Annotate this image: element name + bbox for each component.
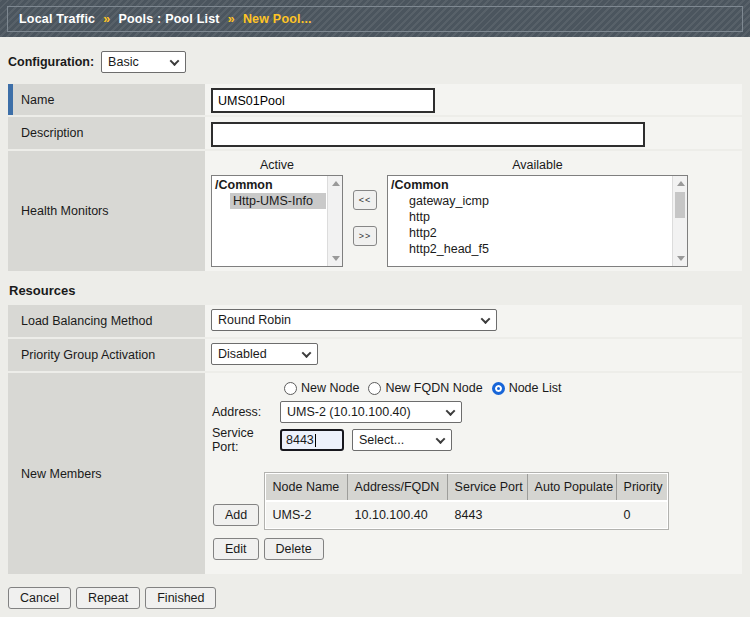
- description-label: Description: [21, 126, 84, 140]
- available-list-scrollbar[interactable]: [672, 176, 687, 266]
- form-actions: Cancel Repeat Finished: [8, 587, 750, 609]
- available-monitor-item[interactable]: http2_head_f5: [406, 241, 671, 257]
- available-partition-item: /Common: [388, 177, 671, 193]
- resources-heading: Resources: [9, 283, 750, 298]
- required-indicator-bar: [8, 84, 13, 115]
- new-node-radio[interactable]: [284, 382, 297, 395]
- active-list-caption: Active: [211, 156, 343, 175]
- load-balancing-value: Round Robin: [218, 313, 291, 327]
- general-properties-table: Name Description Health Monitors Active …: [8, 84, 742, 271]
- cell-priority: 0: [617, 502, 667, 528]
- col-service-port: Service Port: [448, 474, 528, 500]
- load-balancing-label: Load Balancing Method: [21, 314, 152, 328]
- priority-group-value: Disabled: [218, 347, 267, 361]
- service-port-label: Service Port:: [212, 426, 280, 454]
- available-monitors-listbox[interactable]: /Common gateway_icmp http http2 http2_he…: [387, 175, 688, 267]
- delete-button[interactable]: Delete: [264, 538, 324, 560]
- load-balancing-label-cell: Load Balancing Method: [8, 305, 205, 337]
- priority-group-label-cell: Priority Group Activation: [8, 339, 205, 371]
- configuration-select[interactable]: Basic: [101, 51, 186, 73]
- breadcrumb-local-traffic[interactable]: Local Traffic: [19, 12, 95, 26]
- new-fqdn-node-radio-label[interactable]: New FQDN Node: [385, 381, 482, 395]
- health-monitors-label: Health Monitors: [21, 204, 109, 218]
- description-input[interactable]: [211, 122, 645, 147]
- move-to-active-button[interactable]: <<: [353, 190, 377, 210]
- chevron-down-icon: [446, 406, 456, 416]
- breadcrumb: Local Traffic » Pools : Pool List » New …: [7, 6, 743, 32]
- configuration-label: Configuration:: [8, 55, 94, 69]
- table-row[interactable]: UMS-2 10.10.100.40 8443 0: [266, 502, 667, 528]
- new-members-label-cell: New Members: [8, 373, 205, 574]
- resources-table: Load Balancing Method Round Robin Priori…: [8, 305, 742, 574]
- priority-group-select[interactable]: Disabled: [211, 343, 318, 365]
- new-fqdn-node-radio[interactable]: [368, 382, 381, 395]
- members-table-header: Node Name Address/FQDN Service Port Auto…: [266, 474, 667, 500]
- available-list-caption: Available: [387, 156, 688, 175]
- name-input[interactable]: [211, 88, 435, 113]
- priority-group-label: Priority Group Activation: [21, 348, 155, 362]
- edit-button[interactable]: Edit: [213, 538, 259, 560]
- repeat-button[interactable]: Repeat: [76, 587, 140, 609]
- node-list-radio-label[interactable]: Node List: [509, 381, 562, 395]
- cell-auto-populate: [528, 502, 617, 528]
- description-value-cell: [205, 117, 742, 149]
- address-value: UMS-2 (10.10.100.40): [287, 405, 411, 419]
- active-list-scrollbar[interactable]: [327, 176, 342, 266]
- available-monitor-item[interactable]: http: [406, 209, 671, 225]
- cell-service-port: 8443: [448, 502, 528, 528]
- member-actions: Edit Delete: [213, 538, 736, 560]
- chevron-down-icon: [436, 434, 446, 444]
- load-balancing-row: Load Balancing Method Round Robin: [8, 305, 742, 337]
- add-button[interactable]: Add: [213, 504, 259, 526]
- name-label-cell: Name: [8, 84, 205, 115]
- service-port-row: Service Port: 8443 Select...: [212, 426, 736, 454]
- scroll-down-icon[interactable]: [677, 256, 685, 261]
- description-row: Description: [8, 117, 742, 149]
- configuration-row: Configuration: Basic: [8, 51, 750, 73]
- node-list-radio[interactable]: [492, 382, 505, 395]
- cell-node-name: UMS-2: [266, 502, 348, 528]
- address-row: Address: UMS-2 (10.10.100.40): [212, 401, 736, 423]
- active-monitors-listbox[interactable]: /Common Http-UMS-Info: [211, 175, 343, 267]
- new-node-radio-label[interactable]: New Node: [301, 381, 359, 395]
- service-port-select[interactable]: Select...: [352, 429, 452, 451]
- health-monitors-label-cell: Health Monitors: [8, 151, 205, 271]
- chevron-down-icon: [170, 56, 180, 66]
- scroll-up-icon[interactable]: [332, 181, 340, 186]
- service-port-value: 8443: [286, 433, 314, 447]
- description-label-cell: Description: [8, 117, 205, 149]
- col-priority: Priority: [617, 474, 667, 500]
- finished-button[interactable]: Finished: [145, 587, 216, 609]
- cancel-button[interactable]: Cancel: [8, 587, 71, 609]
- scroll-up-icon[interactable]: [677, 181, 685, 186]
- configuration-value: Basic: [108, 55, 139, 69]
- load-balancing-value-cell: Round Robin: [205, 305, 742, 337]
- new-members-label: New Members: [21, 467, 102, 481]
- scrollbar-thumb[interactable]: [675, 192, 685, 218]
- members-table: Node Name Address/FQDN Service Port Auto…: [264, 472, 669, 530]
- col-node-name: Node Name: [266, 474, 348, 500]
- node-type-radio-group: New Node New FQDN Node Node List: [284, 381, 736, 395]
- scroll-down-icon[interactable]: [332, 256, 340, 261]
- priority-group-value-cell: Disabled: [205, 339, 742, 371]
- available-monitor-item[interactable]: gateway_icmp: [406, 193, 671, 209]
- service-port-select-value: Select...: [359, 433, 404, 447]
- name-label: Name: [21, 93, 54, 107]
- load-balancing-select[interactable]: Round Robin: [211, 309, 497, 331]
- text-cursor: [315, 434, 316, 447]
- health-monitors-row: Health Monitors Active /Common Http-UMS-…: [8, 151, 742, 271]
- active-monitor-item-selected[interactable]: Http-UMS-Info: [230, 193, 326, 209]
- col-address-fqdn: Address/FQDN: [348, 474, 448, 500]
- address-select[interactable]: UMS-2 (10.10.100.40): [280, 401, 462, 423]
- available-monitor-item[interactable]: http2: [406, 225, 671, 241]
- new-members-value-cell: New Node New FQDN Node Node List Address…: [205, 373, 742, 574]
- address-label: Address:: [212, 405, 280, 419]
- breadcrumb-pool-list[interactable]: Pools : Pool List: [118, 12, 219, 26]
- name-value-cell: [205, 84, 742, 115]
- chevron-down-icon: [302, 348, 312, 358]
- move-to-available-button[interactable]: >>: [353, 226, 377, 246]
- priority-group-row: Priority Group Activation Disabled: [8, 339, 742, 371]
- col-auto-populate: Auto Populate: [528, 474, 617, 500]
- service-port-input[interactable]: 8443: [280, 429, 344, 451]
- cell-address-fqdn: 10.10.100.40: [348, 502, 448, 528]
